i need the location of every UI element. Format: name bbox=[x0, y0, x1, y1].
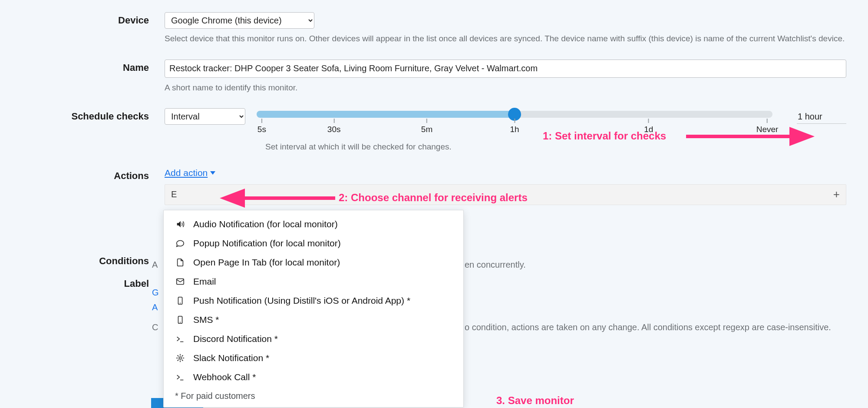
dropdown-item[interactable]: Slack Notification * bbox=[164, 348, 463, 368]
dropdown-item[interactable]: Open Page In Tab (for local monitor) bbox=[164, 253, 463, 272]
device-label: Device bbox=[0, 12, 165, 26]
interval-value-input[interactable] bbox=[797, 110, 846, 124]
interval-slider[interactable] bbox=[257, 111, 772, 118]
label-label: Label bbox=[0, 275, 165, 289]
interval-slider-fill bbox=[257, 111, 515, 118]
interval-ticks: 5s30s5m1h1dNever bbox=[257, 119, 772, 140]
email-icon bbox=[175, 277, 185, 286]
conditions-label: Conditions bbox=[0, 253, 165, 267]
name-row: Name A short name to identify this monit… bbox=[0, 60, 868, 94]
dropdown-item[interactable]: Push Notification (Using Distill's iOS o… bbox=[164, 291, 463, 310]
schedule-helper: Set interval at which it will be checked… bbox=[265, 141, 772, 153]
conditions-helper-prefix: C bbox=[152, 322, 158, 332]
device-select[interactable]: Google Chrome (this device) bbox=[165, 12, 314, 29]
slider-tick: 5m bbox=[421, 119, 432, 134]
popup-icon bbox=[175, 239, 185, 248]
actions-helper-prefix: A bbox=[152, 260, 158, 270]
dropdown-item-label: Slack Notification * bbox=[193, 353, 269, 363]
terminal-icon bbox=[175, 334, 185, 344]
slider-tick: 1h bbox=[510, 119, 519, 134]
dropdown-item[interactable]: Webhook Call * bbox=[164, 368, 463, 387]
svg-point-4 bbox=[180, 322, 181, 323]
svg-point-2 bbox=[180, 303, 181, 304]
dropdown-item-label: Popup Notification (for local monitor) bbox=[193, 238, 341, 249]
actions-helper-suffix: en concurrently. bbox=[465, 260, 526, 270]
add-action-link[interactable]: Add action bbox=[165, 168, 215, 178]
slider-tick: 5s bbox=[257, 119, 266, 134]
slider-tick: Never bbox=[756, 119, 779, 134]
dropdown-item[interactable]: Audio Notification (for local monitor) bbox=[164, 215, 463, 234]
dropdown-item-label: Email bbox=[193, 276, 216, 287]
dropdown-item-label: Audio Notification (for local monitor) bbox=[193, 219, 338, 229]
name-input[interactable] bbox=[165, 60, 846, 78]
action-email-row[interactable]: E + bbox=[165, 184, 846, 205]
phone-icon bbox=[175, 296, 185, 305]
action-email-prefix: E bbox=[171, 189, 177, 199]
actions-label: Actions bbox=[0, 168, 165, 182]
terminal-icon bbox=[175, 372, 185, 382]
add-action-label: Add action bbox=[165, 168, 208, 178]
schedule-row: Schedule checks Interval 5s30s5m1h1dNeve… bbox=[0, 108, 868, 153]
dropdown-item-label: Open Page In Tab (for local monitor) bbox=[193, 257, 340, 268]
slider-tick: 30s bbox=[327, 119, 341, 134]
slack-icon bbox=[175, 353, 185, 363]
conditions-peek-1[interactable]: G bbox=[152, 288, 159, 298]
name-label: Name bbox=[0, 60, 165, 73]
dropdown-footnote: * For paid customers bbox=[164, 387, 463, 401]
slider-tick: 1d bbox=[644, 119, 653, 134]
add-action-plus-icon[interactable]: + bbox=[833, 188, 840, 201]
device-helper: Select device that this monitor runs on.… bbox=[165, 33, 846, 45]
conditions-peek-2[interactable]: A bbox=[152, 302, 158, 312]
tab-icon bbox=[175, 258, 185, 267]
svg-point-5 bbox=[179, 357, 182, 359]
dropdown-item-label: SMS * bbox=[193, 315, 219, 325]
conditions-helper-suffix: o condition, actions are taken on any ch… bbox=[465, 322, 831, 332]
actions-row: Actions Add action E + bbox=[0, 168, 868, 205]
schedule-mode-select[interactable]: Interval bbox=[165, 108, 245, 125]
dropdown-item[interactable]: Popup Notification (for local monitor) bbox=[164, 234, 463, 253]
audio-icon bbox=[175, 219, 185, 229]
dropdown-item[interactable]: SMS * bbox=[164, 310, 463, 329]
dropdown-item-label: Discord Notification * bbox=[193, 334, 278, 344]
dropdown-item[interactable]: Discord Notification * bbox=[164, 329, 463, 348]
add-action-dropdown[interactable]: Audio Notification (for local monitor)Po… bbox=[163, 210, 464, 408]
phone-icon bbox=[175, 315, 185, 325]
dropdown-item-label: Push Notification (Using Distill's iOS o… bbox=[193, 295, 410, 306]
dropdown-item[interactable]: Email bbox=[164, 272, 463, 291]
dropdown-item-label: Webhook Call * bbox=[193, 372, 256, 382]
name-helper: A short name to identify this monitor. bbox=[165, 82, 846, 94]
schedule-label: Schedule checks bbox=[0, 108, 165, 122]
chevron-down-icon bbox=[210, 171, 215, 175]
device-row: Device Google Chrome (this device) Selec… bbox=[0, 12, 868, 45]
